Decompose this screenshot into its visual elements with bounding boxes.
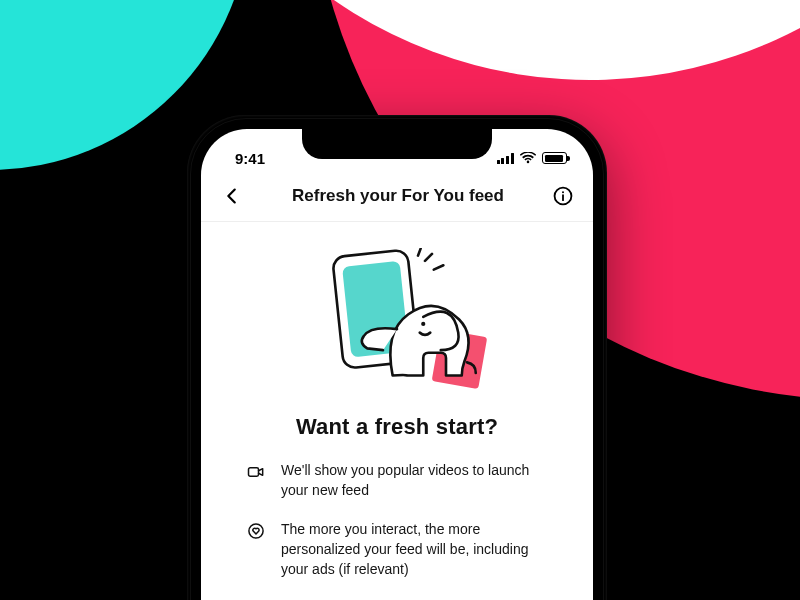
chevron-left-icon xyxy=(221,185,243,207)
wifi-icon xyxy=(520,152,536,164)
promo-stage: 9:41 Refresh your For xyxy=(0,0,800,600)
list-item-text: We'll show you popular videos to launch … xyxy=(281,460,549,501)
headline: Want a fresh start? xyxy=(245,414,549,440)
content: Want a fresh start? We'll show you popul… xyxy=(201,408,593,600)
svg-point-9 xyxy=(421,322,425,326)
svg-line-7 xyxy=(418,249,421,256)
info-icon xyxy=(552,185,574,207)
info-button[interactable] xyxy=(551,184,575,208)
phone-screen: 9:41 Refresh your For xyxy=(201,129,593,600)
svg-line-5 xyxy=(425,254,432,261)
svg-point-11 xyxy=(249,524,263,538)
video-camera-icon xyxy=(245,461,267,483)
list-item-text: The more you interact, the more personal… xyxy=(281,519,549,580)
battery-icon xyxy=(542,152,567,164)
status-time: 9:41 xyxy=(235,150,265,167)
back-button[interactable] xyxy=(219,183,245,209)
svg-rect-10 xyxy=(249,468,259,476)
heart-target-icon xyxy=(245,520,267,542)
cellular-signal-icon xyxy=(497,153,514,164)
phone-frame: 9:41 Refresh your For xyxy=(187,115,607,600)
page-title: Refresh your For You feed xyxy=(292,186,504,206)
status-indicators xyxy=(497,152,567,164)
phone-notch xyxy=(302,129,492,159)
illustration xyxy=(201,222,593,408)
svg-line-6 xyxy=(434,265,444,269)
svg-point-2 xyxy=(562,191,564,193)
screen-header: Refresh your For You feed xyxy=(201,173,593,222)
elephant-phone-illustration xyxy=(292,248,502,398)
list-item: The more you interact, the more personal… xyxy=(245,519,549,580)
list-item: We'll show you popular videos to launch … xyxy=(245,460,549,501)
